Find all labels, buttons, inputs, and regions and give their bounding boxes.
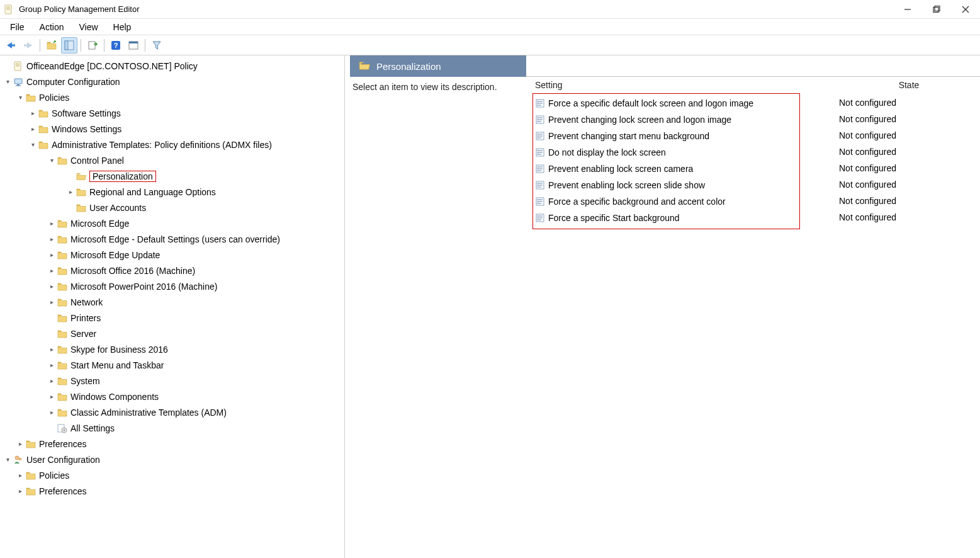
maximize-button[interactable] <box>922 0 951 18</box>
folder-icon <box>25 470 37 481</box>
tree-win-components[interactable]: ▸ Windows Components <box>0 389 344 404</box>
setting-state: Not configured <box>839 176 896 193</box>
tree-policies[interactable]: ▾ Policies <box>0 89 344 105</box>
column-state[interactable]: State <box>838 80 980 90</box>
chevron-right-icon[interactable]: ▸ <box>47 282 57 292</box>
properties-button[interactable] <box>125 37 142 54</box>
tree-edge-update[interactable]: ▸ Microsoft Edge Update <box>0 247 344 263</box>
chevron-right-icon[interactable]: ▸ <box>47 344 57 355</box>
menu-help[interactable]: Help <box>106 21 139 33</box>
setting-row[interactable]: Force a specific Start background <box>534 210 797 226</box>
chevron-right-icon[interactable]: ▸ <box>47 392 57 402</box>
folder-icon <box>76 203 87 213</box>
chevron-right-icon[interactable]: ▸ <box>28 124 38 134</box>
tree-user-config[interactable]: ▾ User Configuration <box>0 452 344 467</box>
tree-ppt-2016[interactable]: ▸ Microsoft PowerPoint 2016 (Machine) <box>0 278 344 294</box>
setting-row[interactable]: Force a specific default lock screen and… <box>534 95 797 111</box>
back-button[interactable] <box>3 37 19 54</box>
policy-icon <box>534 196 546 207</box>
tree-system[interactable]: ▸ System <box>0 373 344 389</box>
toolbar: ? <box>0 35 980 55</box>
tree-software-settings[interactable]: ▸ Software Settings <box>0 105 344 121</box>
policy-icon <box>534 115 546 125</box>
tree-all-settings[interactable]: ▸ All Settings <box>0 420 344 436</box>
chevron-right-icon[interactable]: ▸ <box>47 376 57 386</box>
chevron-right-icon[interactable]: ▸ <box>15 486 25 496</box>
setting-name: Do not display the lock screen <box>548 147 666 157</box>
chevron-right-icon[interactable]: ▸ <box>47 219 57 229</box>
tree-user-preferences[interactable]: ▸ Preferences <box>0 483 344 499</box>
setting-row[interactable]: Prevent changing lock screen and logon i… <box>534 111 797 128</box>
export-button[interactable] <box>84 37 101 54</box>
chevron-right-icon[interactable]: ▸ <box>47 360 57 370</box>
setting-row[interactable]: Prevent enabling lock screen camera <box>534 161 797 177</box>
chevron-down-icon[interactable]: ▾ <box>47 156 57 166</box>
chevron-right-icon[interactable]: ▸ <box>47 234 57 244</box>
all-settings-icon <box>57 423 68 433</box>
folder-icon <box>57 407 68 418</box>
tree-personalization[interactable]: ▸ Personalization <box>0 168 344 184</box>
tree-startmenu[interactable]: ▸ Start Menu and Taskbar <box>0 357 344 373</box>
tree-skype[interactable]: ▸ Skype for Business 2016 <box>0 341 344 357</box>
tree-server[interactable]: ▸ Server <box>0 326 344 341</box>
folder-icon <box>57 313 68 323</box>
tree-admin-templates[interactable]: ▾ Administrative Templates: Policy defin… <box>0 137 344 152</box>
svg-rect-20 <box>933 7 938 12</box>
tree-edge[interactable]: ▸ Microsoft Edge <box>0 215 344 231</box>
chevron-down-icon[interactable]: ▾ <box>3 77 13 87</box>
chevron-down-icon[interactable]: ▾ <box>3 455 13 465</box>
forward-button[interactable] <box>20 37 37 54</box>
setting-row[interactable]: Prevent changing start menu background <box>534 128 797 144</box>
help-button[interactable]: ? <box>108 37 124 54</box>
setting-state: Not configured <box>839 193 896 209</box>
svg-rect-28 <box>89 42 95 49</box>
chevron-down-icon[interactable]: ▾ <box>15 93 25 103</box>
settings-list[interactable]: Force a specific default lock screen and… <box>532 93 800 229</box>
tree-preferences[interactable]: ▸ Preferences <box>0 436 344 452</box>
folder-open-icon <box>76 171 87 181</box>
menu-file[interactable]: File <box>3 21 32 33</box>
chevron-right-icon[interactable]: ▸ <box>15 470 25 481</box>
chevron-right-icon[interactable]: ▸ <box>47 250 57 260</box>
tree-control-panel[interactable]: ▾ Control Panel <box>0 152 344 168</box>
tree-printers[interactable]: ▸ Printers <box>0 310 344 326</box>
tree-office-2016[interactable]: ▸ Microsoft Office 2016 (Machine) <box>0 263 344 278</box>
menu-bar: File Action View Help <box>0 19 980 35</box>
chevron-right-icon[interactable]: ▸ <box>47 407 57 418</box>
close-button[interactable] <box>951 0 980 18</box>
policy-icon <box>534 180 546 190</box>
chevron-right-icon[interactable]: ▸ <box>47 266 57 276</box>
chevron-right-icon[interactable]: ▸ <box>47 297 57 307</box>
tree-windows-settings[interactable]: ▸ Windows Settings <box>0 121 344 137</box>
setting-name: Prevent enabling lock screen slide show <box>548 180 705 190</box>
up-button[interactable] <box>43 37 60 54</box>
policy-icon <box>534 131 546 141</box>
show-hide-tree-button[interactable] <box>61 37 77 54</box>
chevron-right-icon[interactable]: ▸ <box>15 439 25 449</box>
minimize-button[interactable] <box>893 0 922 18</box>
chevron-down-icon[interactable]: ▾ <box>28 140 38 150</box>
filter-button[interactable] <box>149 37 165 54</box>
tree-network[interactable]: ▸ Network <box>0 294 344 310</box>
tree-regional[interactable]: ▸ Regional and Language Options <box>0 184 344 200</box>
chevron-right-icon[interactable]: ▸ <box>65 187 76 197</box>
tree-pane[interactable]: ▾ OfficeandEdge [DC.CONTOSO.NET] Policy … <box>0 55 345 558</box>
tree-classic-adm[interactable]: ▸ Classic Administrative Templates (ADM) <box>0 404 344 420</box>
tree-user-accounts[interactable]: ▸ User Accounts <box>0 200 344 215</box>
menu-action[interactable]: Action <box>32 21 72 33</box>
list-header[interactable]: Setting State <box>532 77 980 93</box>
folder-icon <box>25 93 37 103</box>
details-pane: Personalization Select an item to view i… <box>345 55 980 558</box>
tree-edge-default[interactable]: ▸ Microsoft Edge - Default Settings (use… <box>0 231 344 247</box>
tree-computer-config[interactable]: ▾ Computer Configuration <box>0 74 344 89</box>
menu-view[interactable]: View <box>71 21 105 33</box>
column-setting[interactable]: Setting <box>532 80 838 90</box>
tree-root[interactable]: ▾ OfficeandEdge [DC.CONTOSO.NET] Policy <box>0 58 344 74</box>
chevron-right-icon[interactable]: ▸ <box>28 108 38 118</box>
folder-icon <box>57 360 68 370</box>
setting-row[interactable]: Do not display the lock screen <box>534 144 797 161</box>
setting-row[interactable]: Prevent enabling lock screen slide show <box>534 177 797 193</box>
folder-icon <box>38 124 49 134</box>
setting-row[interactable]: Force a specific background and accent c… <box>534 193 797 210</box>
tree-user-policies[interactable]: ▸ Policies <box>0 467 344 483</box>
